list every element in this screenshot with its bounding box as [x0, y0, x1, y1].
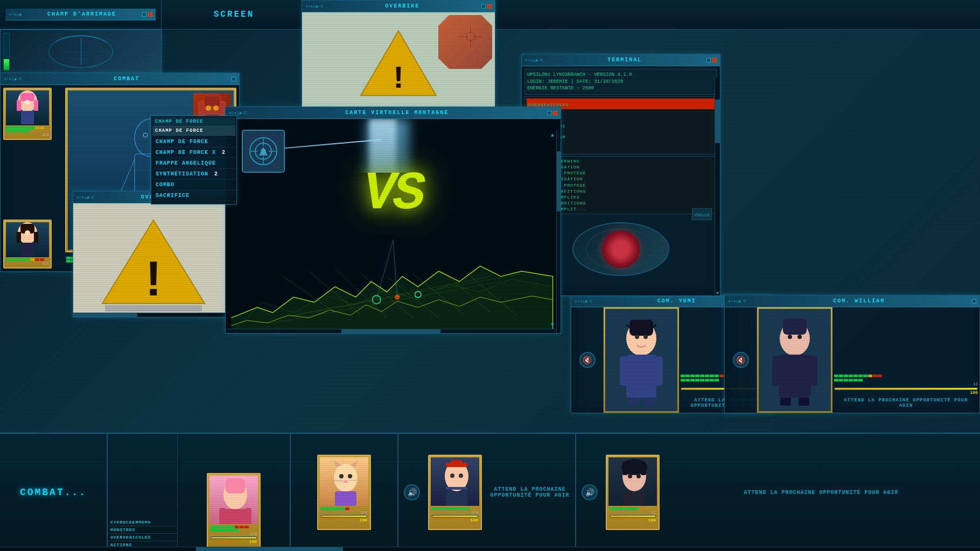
overbike-content: ! [302, 12, 495, 116]
com-william-title: COM. WILLIAM [833, 298, 885, 304]
svg-point-107 [459, 474, 463, 478]
overbike-close[interactable] [487, 4, 492, 9]
minimize-btn[interactable] [142, 12, 146, 17]
terminal-header-bar: UPSILON1 LYKOSBRANCH - VERSION 4.1.0 LOG… [524, 69, 717, 95]
action-synth[interactable]: SYNTHÉTISATION 2 [151, 169, 236, 180]
com-william-portrait [759, 309, 831, 411]
com-william-min[interactable] [972, 299, 976, 303]
char2-energy-num: 100 [321, 518, 367, 522]
svg-point-22 [25, 230, 30, 236]
overbike-min[interactable] [481, 4, 486, 9]
char1-bottom-section: CYORUCOEMMEMS MONSTRES OVERVEHICULES ACT… [108, 434, 291, 551]
terminal-controls[interactable] [706, 58, 717, 62]
svg-rect-81 [772, 356, 780, 386]
char-card-small-2[interactable]: 4/8 [3, 220, 52, 269]
close-btn[interactable] [148, 12, 152, 17]
champ-force-window: CHAMP DE FORCE CHAMP DE FORCE CHAMP DE F… [151, 116, 237, 204]
com-william-icons: ✛↕✦△▲·C [728, 299, 746, 303]
map-hscroll[interactable] [226, 329, 556, 333]
terminal-icons: ✛↕✦△▲·C [525, 58, 543, 62]
william-hp-segs [834, 375, 978, 377]
svg-rect-75 [644, 398, 655, 406]
char1-btm-hp [211, 526, 257, 528]
menu-item-cyoru[interactable]: CYORUCOEMMEMS [108, 519, 177, 526]
svg-point-76 [635, 335, 639, 339]
char4-wait-msg: ATTEND LA PROCHAINE OPPORTUNITÉ POUR AGI… [665, 490, 977, 496]
combat-controls[interactable] [232, 77, 236, 81]
overbike-controls[interactable] [481, 4, 492, 9]
char2-hp-val: 4/8 [6, 262, 49, 266]
combat-min[interactable] [232, 77, 236, 81]
overboard-scrollbar[interactable] [73, 313, 234, 317]
carte-controls[interactable] [547, 111, 557, 115]
svg-point-106 [450, 474, 454, 478]
action-combo[interactable]: COMBO [151, 180, 236, 190]
radar-container [567, 217, 675, 281]
overboard-window: ✛↕✦△▲·C OVERBOARD ! [73, 191, 234, 317]
carte-close[interactable] [553, 111, 557, 115]
svg-rect-112 [641, 462, 646, 475]
char4-speaker[interactable]: 🔊 [582, 484, 598, 500]
terminal-scroll-down[interactable]: ▼ [715, 291, 720, 295]
action-menu: CHAMP DE FORCE CHAMP DE FORCE X 2 FRAPPE… [151, 137, 236, 201]
svg-rect-21 [21, 243, 34, 256]
svg-rect-105 [446, 491, 467, 506]
svg-point-36 [206, 105, 211, 111]
action-frappe[interactable]: FRAPPE ANGELIQUE [151, 158, 236, 169]
overbike-ctrl-icons: ✛↕✦△▲·C [305, 4, 324, 9]
char1-svg [9, 90, 46, 125]
map-scroll[interactable] [556, 131, 561, 333]
char3-card-bottom[interactable]: 8/8 100 [428, 455, 482, 530]
william-svg [762, 314, 827, 406]
terminal-min[interactable] [706, 58, 711, 62]
terminal-scrollbar[interactable]: ▼ [715, 78, 720, 295]
svg-rect-108 [446, 487, 467, 490]
overbike-warning: ! [355, 25, 442, 103]
overbike-icons: ✛↕✦△▲·C [305, 4, 324, 9]
combat-section: COMBAT... [0, 434, 108, 551]
char3-portrait-bottom [431, 457, 479, 506]
svg-rect-113 [624, 491, 645, 506]
com-william-speaker-area: 🔇 [725, 307, 757, 413]
char4-energy-fill [610, 515, 655, 517]
com-william-speaker[interactable]: 🔇 [733, 352, 749, 368]
char-card-small-1[interactable]: 4/8 [3, 88, 52, 140]
action-champ-force-x[interactable]: CHAMP DE FORCE X 2 [151, 147, 236, 158]
svg-point-77 [643, 335, 648, 339]
win-controls[interactable] [142, 12, 152, 17]
char1-card-bottom[interactable]: 4/8 100 [207, 473, 261, 548]
char1-bottom-stats: 4/8 100 [209, 524, 258, 545]
svg-point-115 [636, 474, 641, 478]
com-william-controls[interactable] [972, 299, 976, 303]
target-icon-box[interactable] [242, 130, 285, 173]
char2-bottom-section: 5/5 100 [291, 434, 398, 551]
map-arrows-up: ▲ [551, 132, 554, 138]
com-yumi-speaker[interactable]: 🔇 [579, 352, 596, 368]
screen-title: SCREEN [214, 10, 255, 19]
terminal-line1: UPSILON1 LYKOSBRANCH - VERSION 4.1.0 [527, 72, 715, 79]
action-sacrifice[interactable]: SACRIFICE [151, 190, 236, 201]
com-william-portrait-card [757, 307, 832, 413]
char2-card-bottom[interactable]: 5/5 100 [317, 455, 371, 530]
svg-rect-14 [34, 100, 38, 111]
carte-min[interactable] [547, 111, 551, 115]
menu-item-overvehicules[interactable]: OVERVEHICULES [108, 534, 177, 541]
char4-card-bottom[interactable]: 11 100 [606, 455, 660, 530]
action-champ-force[interactable]: CHAMP DE FORCE [151, 137, 236, 147]
menu-item-monstres[interactable]: MONSTRES [108, 526, 177, 534]
com-william-content: 🔇 [725, 307, 979, 413]
global-scroll-thumb [196, 547, 343, 551]
arrimage-title: CHAMP D'ARRIMAGE [47, 11, 116, 17]
svg-point-37 [213, 105, 219, 111]
global-scrollbar[interactable] [0, 547, 980, 551]
char3-speaker[interactable]: 🔊 [404, 484, 420, 500]
com-yumi-ctrl: ✛↕✦△▲·C [575, 299, 593, 303]
char1-energy-fill [211, 537, 256, 539]
char3-btm-hp [432, 507, 478, 510]
terminal-close[interactable] [712, 58, 717, 62]
terminal-ctrl: ✛↕✦△▲·C [525, 58, 543, 62]
target-svg [247, 135, 279, 167]
svg-rect-19 [17, 232, 21, 243]
svg-rect-80 [779, 355, 811, 398]
char3-bottom-section: 🔊 [398, 434, 576, 551]
